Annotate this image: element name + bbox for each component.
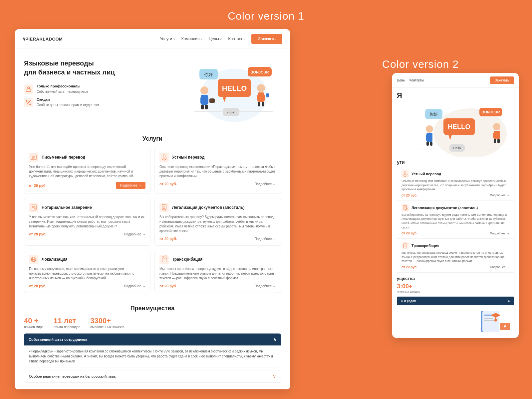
svg-rect-21 xyxy=(201,105,204,109)
card2-service-header-3: Транскрибация xyxy=(401,242,509,249)
svg-text:BONJOUR: BONJOUR xyxy=(481,110,500,114)
svg-rect-20 xyxy=(206,97,208,104)
svg-text:Hallo: Hallo xyxy=(227,110,235,114)
card2-service-header-2: Легализация документов (апостиль) xyxy=(401,204,509,211)
service-card-5: Локализация По вашему поручению, мы в ми… xyxy=(24,250,150,293)
accordion-header-1[interactable]: Собственный штат сотрудников ∧ xyxy=(24,333,281,345)
service-more-5[interactable]: Подробнее → xyxy=(124,284,145,288)
card2-service-3: Транскрибация Мы готовы организовать пер… xyxy=(397,239,514,273)
accordion-title-1: Собственный штат сотрудников xyxy=(29,337,88,341)
svg-rect-83 xyxy=(493,133,495,138)
svg-rect-0 xyxy=(24,84,33,94)
svg-rect-28 xyxy=(262,95,265,101)
nav-link-contacts[interactable]: Контакты xyxy=(228,37,245,41)
discount-icon xyxy=(24,98,33,107)
card2-service-footer-2: от 20 руб. Подробнее → xyxy=(401,231,509,235)
accordion-title-2: Особое внимание переводам на белорусский… xyxy=(29,374,116,378)
service-more-4[interactable]: Подробнее → xyxy=(254,237,276,241)
service-title-6: Транскрибация xyxy=(172,257,202,262)
card2-nav-link-prices[interactable]: Цены xyxy=(397,78,405,82)
card2-stats: 3:00+ лненных заказов xyxy=(397,283,514,293)
services-grid: Письменный перевод Уже более 11 лет мы в… xyxy=(24,148,281,293)
stat-years: 11 лет опыта переводов xyxy=(54,317,80,329)
service-desc-1: Уже более 11 лет мы ведём проекты по пер… xyxy=(29,165,145,179)
svg-rect-22 xyxy=(205,105,208,109)
svg-rect-104 xyxy=(484,320,495,321)
service-header-6: ♪ Транскрибация xyxy=(159,255,276,264)
accordion-2: Особое внимание переводам на белорусский… xyxy=(24,370,281,383)
svg-rect-27 xyxy=(257,95,260,101)
feature-title-1: Только профессионалы xyxy=(37,84,88,88)
svg-rect-2 xyxy=(26,91,31,92)
service-price-2: от 20 руб. xyxy=(159,182,177,186)
stat-number-orders: 3300+ xyxy=(90,317,124,325)
card2-hero: Я HELLO 你好 BONJOUR Hallo xyxy=(392,88,519,158)
svg-rect-24 xyxy=(210,98,214,99)
svg-rect-78 xyxy=(430,135,432,141)
svg-text:BONJOUR: BONJOUR xyxy=(250,70,269,74)
card2-service-more-1[interactable]: Подробнее → xyxy=(490,194,509,197)
card2-nav-link-contacts[interactable]: Контакты xyxy=(409,78,424,82)
localization-icon xyxy=(29,255,38,264)
card2-accordion-header[interactable]: ш и рядом ∧ xyxy=(397,297,514,305)
feature-desc-2: Особые цены пенсионерам и студентам xyxy=(37,103,99,107)
card2-advantages-partial-title: ущества xyxy=(397,276,514,281)
stat-number-languages: 40 + xyxy=(24,317,44,325)
professionals-icon xyxy=(24,84,33,94)
nav-link-services[interactable]: Услуги xyxy=(160,37,175,41)
card2-service-1: Устный перевод Опытные переводчики компа… xyxy=(397,167,514,201)
accordion-1: Собственный штат сотрудников ∧ «Пераклад… xyxy=(24,333,281,367)
hero-illustration: HELLO 你好 BONJOUR Hallo xyxy=(174,59,281,125)
card2-order-button[interactable]: Заказать xyxy=(490,76,514,84)
service-price-4: от 20 руб. xyxy=(159,237,177,241)
hero-feature-2: Скидки Особые цены пенсионерам и студент… xyxy=(24,97,174,107)
card2-service-more-3[interactable]: Подробнее → xyxy=(490,265,509,269)
nav-link-company[interactable]: Компания xyxy=(181,37,203,41)
navbar: //PIERAKLADCOM Услуги Компания Цены Конт… xyxy=(15,29,290,49)
svg-text:A: A xyxy=(504,324,507,329)
svg-rect-30 xyxy=(262,102,264,106)
oral-translation-icon xyxy=(159,153,169,162)
stat-number-years: 11 лет xyxy=(54,317,80,325)
svg-rect-80 xyxy=(430,142,432,146)
svg-rect-58 xyxy=(159,255,169,264)
services-section: Услуги Письменный перевод Уже более 11 л… xyxy=(15,132,290,300)
card2-advantages: ущества 3:00+ лненных заказов ш и рядом … xyxy=(392,273,519,338)
svg-rect-19 xyxy=(200,97,203,104)
advantages-section: Преимущества 40 + языков мира 11 лет опы… xyxy=(15,300,290,389)
hero-feature-1: Только профессионалы Собственный штат пе… xyxy=(24,84,174,94)
card2-oral-icon xyxy=(401,170,409,178)
service-header-3: ✓ Нотариальное заверение xyxy=(29,203,145,212)
service-title-2: Устный перевод xyxy=(172,155,204,160)
service-more-btn-1[interactable]: Подробнее → xyxy=(116,182,145,189)
card2-accordion-title: ш и рядом xyxy=(401,299,416,303)
accordion-chevron-up-icon: ∧ xyxy=(273,337,276,342)
svg-rect-29 xyxy=(258,102,260,106)
service-footer-1: от 20 руб. Подробнее → xyxy=(29,182,145,189)
card2-service-footer-3: от 20 руб. Подробнее → xyxy=(401,265,509,269)
service-more-6[interactable]: Подробнее → xyxy=(254,284,276,288)
service-more-3[interactable]: Подробнее → xyxy=(124,232,145,236)
card2-service-title-1: Устный перевод xyxy=(411,172,441,176)
service-desc-4: Вы собираетесь за границу? Будем рады по… xyxy=(159,215,276,233)
svg-rect-84 xyxy=(497,133,500,138)
card2-service-title-2: Легализация документов (апостиль) xyxy=(411,206,478,210)
stat-label-orders: выполненных заказов xyxy=(90,325,124,329)
service-card-4: ★ Легализация документов (апостиль) Вы с… xyxy=(154,198,281,246)
card2-stat-number-orders: 3:00+ xyxy=(397,283,420,290)
service-desc-5: По вашему поручению, мы в минимальные ср… xyxy=(29,267,145,281)
service-more-2[interactable]: Подробнее → xyxy=(254,182,276,186)
service-desc-6: Мы готовы организовать перевод аудио- и … xyxy=(159,267,276,281)
svg-text:♪: ♪ xyxy=(165,256,166,258)
card2-service-price-3: от 20 руб. xyxy=(401,265,417,269)
nav-link-prices[interactable]: Цены xyxy=(209,37,222,41)
svg-text:✓: ✓ xyxy=(35,207,36,209)
accordion-header-2[interactable]: Особое внимание переводам на белорусский… xyxy=(24,370,281,382)
card2-title-partial: Я xyxy=(397,91,514,100)
nav-order-button[interactable]: Заказать xyxy=(251,34,282,44)
card2-service-more-2[interactable]: Подробнее → xyxy=(490,232,509,235)
services-title: Услуги xyxy=(24,135,281,142)
card2-apostille-icon xyxy=(401,204,409,211)
service-header-4: ★ Легализация документов (апостиль) xyxy=(159,203,276,212)
color-version-2-label: Color version 2 xyxy=(382,58,459,70)
